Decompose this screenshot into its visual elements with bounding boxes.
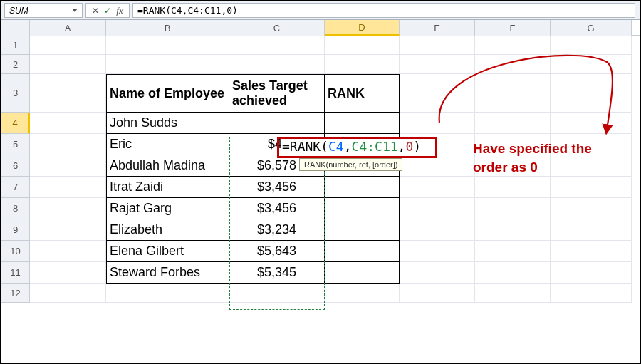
col-header-F[interactable]: F [475, 20, 551, 36]
cell-A7[interactable] [30, 177, 106, 198]
cell-F7[interactable] [475, 177, 551, 198]
cancel-formula-button[interactable]: ✕ [90, 6, 100, 16]
cell-E3[interactable] [400, 74, 475, 113]
cell-F10[interactable] [475, 241, 551, 262]
name-box[interactable]: SUM [4, 3, 83, 18]
cell-D2[interactable] [325, 55, 400, 74]
col-header-C[interactable]: C [229, 20, 325, 36]
cell-E7[interactable] [400, 177, 475, 198]
row-header-5[interactable]: 5 [1, 134, 30, 155]
cell-B2[interactable] [106, 55, 229, 74]
cell-B5[interactable]: Eric [106, 134, 229, 155]
cell-E4[interactable] [400, 113, 475, 134]
cell-G12[interactable] [551, 284, 632, 303]
cell-G8[interactable] [551, 198, 632, 219]
cell-A1[interactable] [30, 36, 106, 55]
cell-F9[interactable] [475, 219, 551, 241]
cell-D8[interactable] [325, 198, 400, 219]
cell-A6[interactable] [30, 155, 106, 177]
cell-D12[interactable] [325, 284, 400, 303]
row-header-9[interactable]: 9 [1, 219, 30, 241]
cell-C11[interactable]: $5,345 [229, 262, 325, 284]
cell-C10[interactable]: $5,643 [229, 241, 325, 262]
cell-D1[interactable] [325, 36, 400, 55]
row-header-8[interactable]: 8 [1, 198, 30, 219]
row-header-6[interactable]: 6 [1, 155, 30, 177]
cell-G7[interactable] [551, 177, 632, 198]
cell-C12[interactable] [229, 284, 325, 303]
cell-C4[interactable] [229, 113, 325, 134]
cell-G4[interactable] [551, 113, 632, 134]
cell-G10[interactable] [551, 241, 632, 262]
fx-icon[interactable]: fx [115, 6, 125, 16]
cell-A11[interactable] [30, 262, 106, 284]
cell-F11[interactable] [475, 262, 551, 284]
cell-A2[interactable] [30, 55, 106, 74]
cell-C7[interactable]: $3,456 [229, 177, 325, 198]
cell-E12[interactable] [400, 284, 475, 303]
cell-B6[interactable]: Abdullah Madina [106, 155, 229, 177]
cell-E10[interactable] [400, 241, 475, 262]
cell-F4[interactable] [475, 113, 551, 134]
cell-G1[interactable] [551, 36, 632, 55]
row-header-3[interactable]: 3 [1, 74, 30, 113]
cell-F3[interactable] [475, 74, 551, 113]
cell-E2[interactable] [400, 55, 475, 74]
row-header-12[interactable]: 12 [1, 284, 30, 303]
cell-E11[interactable] [400, 262, 475, 284]
col-header-B[interactable]: B [106, 20, 229, 36]
cell-D9[interactable] [325, 219, 400, 241]
enter-formula-button[interactable]: ✓ [103, 6, 113, 16]
in-cell-formula[interactable]: =RANK( C4 , C4:C11 , 0 ) [281, 137, 422, 156]
cell-G11[interactable] [551, 262, 632, 284]
cell-D11[interactable] [325, 262, 400, 284]
cell-E9[interactable] [400, 219, 475, 241]
row-header-10[interactable]: 10 [1, 241, 30, 262]
cell-B11[interactable]: Steward Forbes [106, 262, 229, 284]
cell-B8[interactable]: Rajat Garg [106, 198, 229, 219]
col-header-G[interactable]: G [551, 20, 632, 36]
row-header-11[interactable]: 11 [1, 262, 30, 284]
row-header-7[interactable]: 7 [1, 177, 30, 198]
cell-A3[interactable] [30, 74, 106, 113]
cell-E6[interactable] [400, 155, 475, 177]
cell-B9[interactable]: Elizabeth [106, 219, 229, 241]
cell-B7[interactable]: Itrat Zaidi [106, 177, 229, 198]
select-all-corner[interactable] [1, 20, 30, 36]
cell-F12[interactable] [475, 284, 551, 303]
cell-F1[interactable] [475, 36, 551, 55]
cell-E8[interactable] [400, 198, 475, 219]
cell-D7[interactable] [325, 177, 400, 198]
col-header-E[interactable]: E [400, 20, 475, 36]
cell-B10[interactable]: Elena Gilbert [106, 241, 229, 262]
cell-A5[interactable] [30, 134, 106, 155]
cell-G2[interactable] [551, 55, 632, 74]
cell-C9[interactable]: $3,234 [229, 219, 325, 241]
cell-B3[interactable]: Name of Employee [106, 74, 229, 113]
row-header-4[interactable]: 4 [1, 113, 30, 134]
cell-C8[interactable]: $3,456 [229, 198, 325, 219]
cell-B12[interactable] [106, 284, 229, 303]
name-box-dropdown-icon[interactable] [72, 9, 78, 12]
cell-F8[interactable] [475, 198, 551, 219]
cell-D10[interactable] [325, 241, 400, 262]
cell-G9[interactable] [551, 219, 632, 241]
formula-input[interactable]: =RANK(C4,C4:C11,0) [132, 3, 635, 18]
col-header-A[interactable]: A [30, 20, 106, 36]
col-header-D[interactable]: D [325, 20, 400, 36]
cell-A8[interactable] [30, 198, 106, 219]
cell-A12[interactable] [30, 284, 106, 303]
cell-D3[interactable]: RANK [325, 74, 400, 113]
row-header-1[interactable]: 1 [1, 36, 30, 55]
cell-B1[interactable] [106, 36, 229, 55]
cell-F2[interactable] [475, 55, 551, 74]
cell-C1[interactable] [229, 36, 325, 55]
cell-E1[interactable] [400, 36, 475, 55]
cell-C2[interactable] [229, 55, 325, 74]
cell-A9[interactable] [30, 219, 106, 241]
cell-C3[interactable]: Sales Target achieved [229, 74, 325, 113]
cell-G3[interactable] [551, 74, 632, 113]
cell-A4[interactable] [30, 113, 106, 134]
cell-B4[interactable]: John Sudds [106, 113, 229, 134]
row-header-2[interactable]: 2 [1, 55, 30, 74]
